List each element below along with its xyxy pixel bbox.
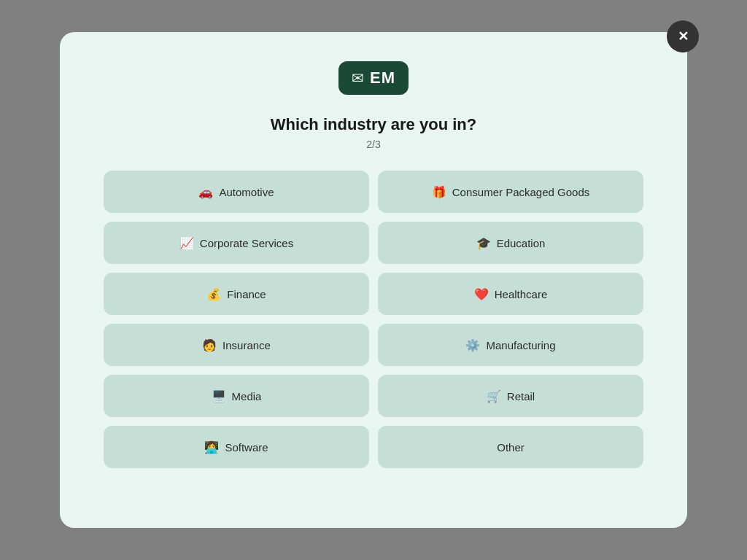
option-manufacturing-emoji: ⚙️	[465, 338, 480, 352]
option-manufacturing[interactable]: ⚙️Manufacturing	[378, 324, 643, 366]
option-software-label: Software	[225, 441, 268, 454]
logo: ✉ EM	[338, 61, 409, 95]
option-education-label: Education	[497, 237, 546, 249]
question-title: Which industry are you in?	[271, 115, 476, 134]
option-healthcare-label: Healthcare	[495, 288, 548, 300]
option-retail-emoji: 🛒	[487, 389, 501, 403]
option-corporate-services-label: Corporate Services	[200, 237, 293, 249]
option-automotive-emoji: 🚗	[198, 185, 213, 199]
option-manufacturing-label: Manufacturing	[486, 339, 555, 351]
option-other[interactable]: Other	[378, 426, 643, 468]
option-corporate-services-emoji: 📈	[179, 236, 194, 250]
option-other-label: Other	[497, 441, 525, 454]
logo-icon: ✉	[352, 69, 364, 87]
option-insurance-label: Insurance	[222, 339, 271, 351]
option-software[interactable]: 👩‍💻Software	[104, 426, 369, 468]
option-automotive[interactable]: 🚗Automotive	[104, 171, 369, 213]
option-healthcare-emoji: ❤️	[474, 287, 489, 301]
option-consumer-packaged-goods-label: Consumer Packaged Goods	[452, 186, 589, 198]
option-consumer-packaged-goods-emoji: 🎁	[432, 185, 446, 199]
option-insurance-emoji: 🧑	[202, 338, 217, 352]
options-grid: 🚗Automotive🎁Consumer Packaged Goods📈Corp…	[104, 171, 643, 468]
option-consumer-packaged-goods[interactable]: 🎁Consumer Packaged Goods	[378, 171, 643, 213]
option-finance-emoji: 💰	[206, 287, 221, 301]
close-button[interactable]: ✕	[667, 20, 699, 52]
backdrop: ✕ ✉ EM Which industry are you in? 2/3 🚗A…	[0, 0, 747, 560]
option-insurance[interactable]: 🧑Insurance	[104, 324, 369, 366]
option-healthcare[interactable]: ❤️Healthcare	[378, 273, 643, 315]
option-education[interactable]: 🎓Education	[378, 222, 643, 264]
option-corporate-services[interactable]: 📈Corporate Services	[104, 222, 369, 264]
option-media[interactable]: 🖥️Media	[104, 375, 369, 417]
option-retail-label: Retail	[507, 390, 535, 402]
option-finance-label: Finance	[227, 288, 266, 300]
modal-container: ✕ ✉ EM Which industry are you in? 2/3 🚗A…	[60, 32, 687, 528]
option-software-emoji: 👩‍💻	[204, 440, 219, 454]
option-media-label: Media	[232, 390, 262, 402]
option-education-emoji: 🎓	[476, 236, 491, 250]
option-finance[interactable]: 💰Finance	[104, 273, 369, 315]
option-retail[interactable]: 🛒Retail	[378, 375, 643, 417]
option-media-emoji: 🖥️	[212, 389, 226, 403]
logo-text: EM	[370, 69, 395, 88]
option-automotive-label: Automotive	[219, 186, 274, 198]
step-indicator: 2/3	[366, 139, 380, 150]
